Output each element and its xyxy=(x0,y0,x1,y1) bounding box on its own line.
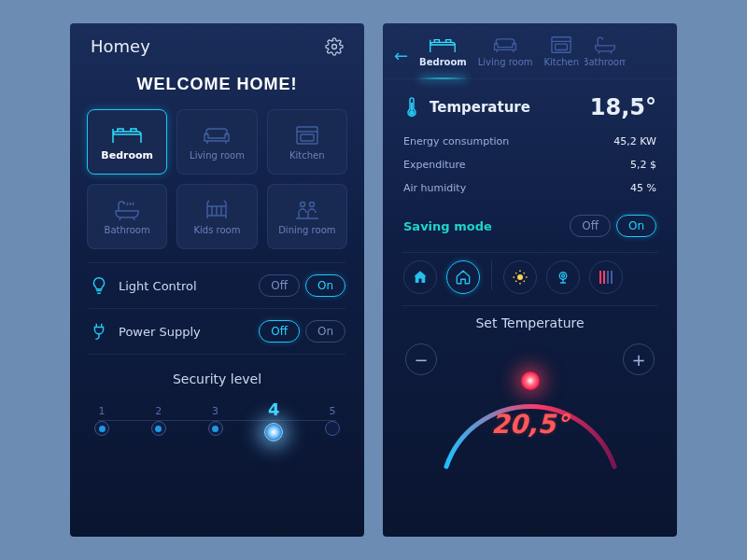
bathtub-icon xyxy=(113,199,141,221)
stat-value: 5,2 $ xyxy=(630,159,656,171)
stat-label: Energy consumption xyxy=(403,135,509,147)
security-dot[interactable] xyxy=(325,421,340,436)
toggle-on[interactable]: On xyxy=(305,320,345,343)
svg-point-9 xyxy=(559,273,567,280)
svg-point-10 xyxy=(562,274,565,277)
oven-icon xyxy=(550,35,572,55)
home-screen: Homey WELCOME HOME! Bedroom Living room … xyxy=(70,23,364,537)
svg-rect-11 xyxy=(599,271,601,284)
room-label: Dining room xyxy=(278,225,335,235)
saving-mode-label: Saving mode xyxy=(403,219,492,233)
app-title: Homey xyxy=(91,36,150,56)
svg-rect-6 xyxy=(556,44,568,49)
toggle-off[interactable]: Off xyxy=(570,215,611,237)
toggle-on[interactable]: On xyxy=(305,274,345,297)
svg-point-8 xyxy=(517,274,523,280)
sofa-icon xyxy=(201,124,233,147)
svg-rect-13 xyxy=(607,271,609,284)
crib-icon xyxy=(204,199,230,221)
room-label: Bathroom xyxy=(105,225,150,235)
lightbulb-icon xyxy=(89,275,109,296)
stat-label: Expenditure xyxy=(403,159,466,171)
mode-home-button[interactable] xyxy=(403,260,437,294)
thermometer-icon xyxy=(403,95,420,119)
room-label: Kitchen xyxy=(289,150,325,161)
tab-kitchen[interactable]: Kitchen xyxy=(539,33,585,78)
sofa-icon xyxy=(491,35,519,55)
svg-rect-14 xyxy=(611,271,613,284)
power-supply-toggle[interactable]: Off On xyxy=(259,320,345,343)
bathtub-icon xyxy=(593,35,617,55)
security-dot[interactable] xyxy=(94,421,109,436)
room-label: Bedroom xyxy=(101,149,153,161)
gear-icon[interactable] xyxy=(325,37,344,56)
mode-sun-button[interactable] xyxy=(503,260,537,294)
temperature-value: 18,5° xyxy=(590,94,656,120)
room-label: Kids room xyxy=(194,225,241,235)
svg-point-3 xyxy=(300,202,304,206)
room-card-bedroom[interactable]: Bedroom xyxy=(87,109,167,175)
room-card-kitchen[interactable]: Kitchen xyxy=(267,109,347,175)
security-dot-active[interactable] xyxy=(264,423,283,441)
power-supply-label: Power Supply xyxy=(119,325,201,339)
room-card-bathroom[interactable]: Bathroom xyxy=(87,184,167,249)
security-level-label: Security level xyxy=(70,355,364,399)
light-control-label: Light Control xyxy=(119,279,197,293)
temperature-dial[interactable] xyxy=(428,345,633,537)
mode-radiator-button[interactable] xyxy=(589,260,623,294)
stat-value: 45 % xyxy=(630,182,656,194)
stat-label: Air humidity xyxy=(403,182,466,194)
light-control-toggle[interactable]: Off On xyxy=(259,274,345,297)
svg-point-4 xyxy=(309,202,314,206)
room-detail-screen: ← Bedroom Living room Kitchen Bathroom T… xyxy=(383,23,677,537)
mode-house-button[interactable] xyxy=(446,260,480,294)
welcome-heading: WELCOME HOME! xyxy=(70,65,364,109)
svg-rect-12 xyxy=(603,271,605,284)
security-level-slider[interactable]: 1 2 3 4 5 xyxy=(70,399,364,441)
security-dot[interactable] xyxy=(208,421,223,436)
set-temperature-label: Set Temperature xyxy=(383,306,677,336)
target-temperature-value: 20,5° xyxy=(491,409,569,440)
dial-handle[interactable] xyxy=(521,371,540,390)
room-label: Living room xyxy=(190,150,245,161)
light-control-row: Light Control Off On xyxy=(70,263,364,308)
svg-rect-2 xyxy=(301,134,314,141)
bed-icon xyxy=(111,123,143,146)
toggle-off[interactable]: Off xyxy=(259,274,300,297)
dining-icon xyxy=(293,199,321,221)
toggle-on[interactable]: On xyxy=(616,215,656,237)
back-button[interactable]: ← xyxy=(388,33,414,78)
toggle-off[interactable]: Off xyxy=(259,320,300,343)
mode-camera-button[interactable] xyxy=(546,260,580,294)
tab-livingroom[interactable]: Living room xyxy=(472,33,539,78)
security-dot[interactable] xyxy=(151,421,166,436)
saving-mode-toggle[interactable]: Off On xyxy=(570,215,656,237)
room-card-diningroom[interactable]: Dining room xyxy=(267,184,347,249)
tab-bathroom[interactable]: Bathroom xyxy=(585,33,626,78)
room-card-livingroom[interactable]: Living room xyxy=(176,109,257,175)
plug-icon xyxy=(89,321,109,342)
tab-bedroom[interactable]: Bedroom xyxy=(414,33,472,78)
temperature-label: Temperature xyxy=(430,99,530,116)
svg-point-7 xyxy=(410,111,414,115)
svg-point-0 xyxy=(332,44,337,49)
room-card-kidsroom[interactable]: Kids room xyxy=(176,184,257,249)
power-supply-row: Power Supply Off On xyxy=(70,309,364,354)
stat-value: 45,2 KW xyxy=(613,135,656,147)
bed-icon xyxy=(429,35,457,55)
oven-icon xyxy=(295,124,319,147)
